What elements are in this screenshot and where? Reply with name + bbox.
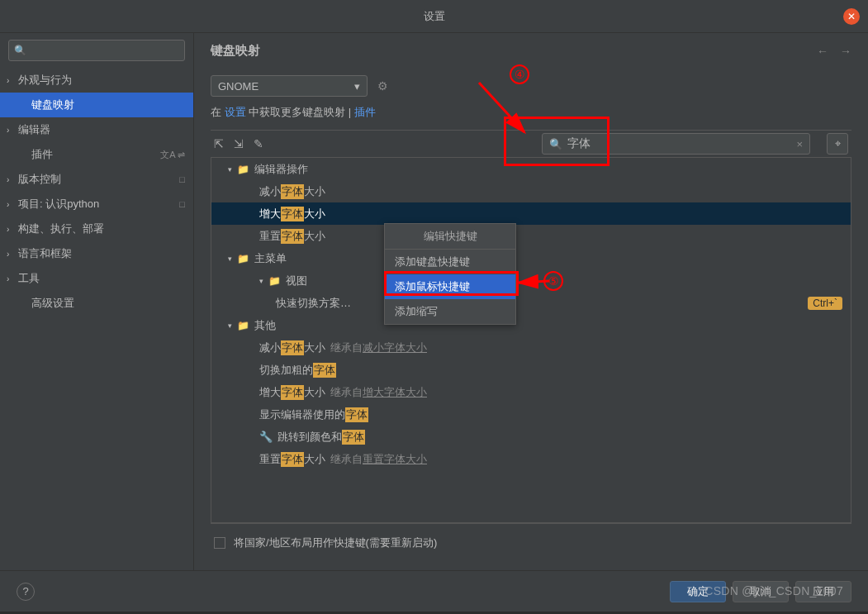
chevron-right-icon: › (7, 76, 9, 85)
plugins-link[interactable]: 插件 (354, 106, 376, 118)
context-menu: 编辑快捷键 添加键盘快捷键 添加鼠标快捷键 添加缩写 (384, 223, 516, 325)
scheme-dropdown[interactable]: GNOME ▾ (211, 75, 368, 97)
annotation-step4: ④ (510, 64, 529, 84)
tree-row[interactable]: 减小字体大小 (211, 180, 851, 202)
toolbar: ⇱ ⇲ ✎ 🔍 × ⌖ (211, 130, 851, 158)
collapse-icon[interactable]: ⇲ (234, 137, 244, 150)
watermark: CSDN @yin_CSDN_1007 (704, 584, 843, 597)
inherit-link[interactable]: 重置字体大小 (363, 452, 427, 467)
shortcut-badge: Ctrl+` (808, 297, 842, 310)
chevron-right-icon: › (7, 250, 9, 259)
folder-icon: 📁 (268, 275, 281, 287)
actions-tree[interactable]: ▾📁编辑器操作 减小字体大小 增大字体大小 重置字体大小 ▾📁主菜单 ▾📁视图 … (211, 158, 851, 523)
settings-link[interactable]: 设置 (225, 106, 246, 118)
folder-icon: 📁 (237, 164, 249, 175)
sidebar-item-appearance[interactable]: ›外观与行为 (0, 68, 193, 93)
tree-row[interactable]: 增大字体大小继承自 增大字体大小 (211, 381, 851, 403)
close-button[interactable]: ✕ (843, 8, 860, 25)
find-action-button[interactable]: ⌖ (827, 133, 848, 155)
search-icon: 🔍 (14, 45, 26, 56)
project-badge: □ (179, 174, 185, 184)
tree-row[interactable]: 切换加粗的字体 (211, 359, 851, 381)
edit-icon[interactable]: ✎ (254, 137, 263, 150)
wrench-icon: 🔧 (259, 431, 273, 443)
expand-icon[interactable]: ⇱ (214, 137, 224, 150)
tree-group-view[interactable]: ▾📁视图 (211, 269, 851, 292)
chevron-right-icon: › (7, 200, 9, 209)
get-more-keymaps: 在 设置 中获取更多键盘映射 | 插件 (211, 105, 851, 120)
menu-header: 编辑快捷键 (385, 224, 515, 250)
chevron-right-icon: › (7, 175, 9, 184)
checkbox-label: 将国家/地区布局用作快捷键(需要重新启动) (234, 535, 437, 550)
sidebar-item-vcs[interactable]: ›版本控制□ (0, 167, 193, 192)
sidebar-search-input[interactable] (30, 45, 179, 57)
sidebar-item-build[interactable]: ›构建、执行、部署 (0, 217, 193, 241)
folder-icon: 📁 (237, 320, 249, 331)
national-layout-checkbox-row[interactable]: 将国家/地区布局用作快捷键(需要重新启动) (211, 523, 851, 562)
project-badge: □ (179, 199, 185, 209)
sidebar-item-tools[interactable]: ›工具 (0, 266, 193, 291)
tree-group-editor-actions[interactable]: ▾📁编辑器操作 (211, 158, 851, 180)
chevron-down-icon: ▾ (228, 165, 232, 174)
menu-add-abbrev[interactable]: 添加缩写 (385, 299, 515, 324)
sidebar-item-project[interactable]: ›项目: 认识python□ (0, 192, 193, 217)
tree-group-other[interactable]: ▾📁其他 (211, 314, 851, 336)
tree-row[interactable]: 显示编辑器使用的字体 (211, 403, 851, 426)
tree-row[interactable]: 重置字体大小继承自 重置字体大小 (211, 448, 851, 470)
window-title: 设置 (424, 9, 445, 24)
sidebar-item-keymap[interactable]: 键盘映射 (0, 93, 193, 117)
content-pane: 键盘映射 ← → GNOME ▾ ⚙ 在 设置 中获取更多键盘映射 | 插件 ⇱… (194, 33, 868, 570)
lang-badge: 文A ⇌ (160, 149, 185, 161)
sidebar-item-plugins[interactable]: 插件文A ⇌ (0, 142, 193, 167)
chevron-down-icon: ▾ (259, 277, 263, 285)
tree-row[interactable]: 快速切换方案…Ctrl+` (211, 292, 851, 314)
inherit-link[interactable]: 减小字体大小 (363, 340, 427, 355)
close-icon: ✕ (847, 11, 856, 22)
sidebar-search[interactable]: 🔍 (8, 40, 185, 61)
chevron-right-icon: › (7, 225, 9, 234)
sidebar: 🔍 ›外观与行为 键盘映射 ›编辑器 插件文A ⇌ ›版本控制□ ›项目: 认识… (0, 33, 194, 570)
clear-icon[interactable]: × (796, 138, 803, 150)
tree-row[interactable]: 减小字体大小继承自 减小字体大小 (211, 336, 851, 359)
page-title: 键盘映射 (211, 43, 260, 59)
scheme-value: GNOME (218, 80, 259, 93)
folder-icon: 📁 (237, 253, 249, 264)
forward-icon[interactable]: → (840, 45, 851, 58)
help-button[interactable]: ? (17, 583, 35, 601)
chevron-right-icon: › (7, 274, 9, 283)
sidebar-item-languages[interactable]: ›语言和框架 (0, 241, 193, 266)
titlebar: 设置 ✕ (0, 0, 868, 33)
tree-row-selected[interactable]: 增大字体大小 (211, 202, 851, 225)
filter-input[interactable] (567, 137, 796, 150)
checkbox[interactable] (214, 537, 225, 549)
find-icon: ⌖ (835, 137, 841, 150)
sidebar-item-advanced[interactable]: 高级设置 (0, 291, 193, 316)
search-icon: 🔍 (549, 138, 562, 150)
filter-box[interactable]: 🔍 × (542, 133, 810, 155)
back-icon[interactable]: ← (817, 45, 828, 58)
annotation-step5: ⑤ (543, 271, 563, 291)
tree-group-main-menu[interactable]: ▾📁主菜单 (211, 247, 851, 269)
chevron-right-icon: › (7, 126, 9, 135)
tree-row[interactable]: 🔧跳转到颜色和字体 (211, 426, 851, 448)
tree-row[interactable]: 重置字体大小 (211, 225, 851, 247)
chevron-down-icon: ▾ (228, 255, 232, 263)
menu-add-mouse[interactable]: 添加鼠标快捷键 (385, 274, 515, 299)
menu-add-keyboard[interactable]: 添加键盘快捷键 (385, 250, 515, 274)
chevron-down-icon: ▾ (228, 321, 232, 330)
chevron-down-icon: ▾ (354, 80, 360, 93)
gear-icon[interactable]: ⚙ (377, 79, 388, 93)
inherit-link[interactable]: 增大字体大小 (363, 385, 427, 400)
sidebar-item-editor[interactable]: ›编辑器 (0, 117, 193, 142)
